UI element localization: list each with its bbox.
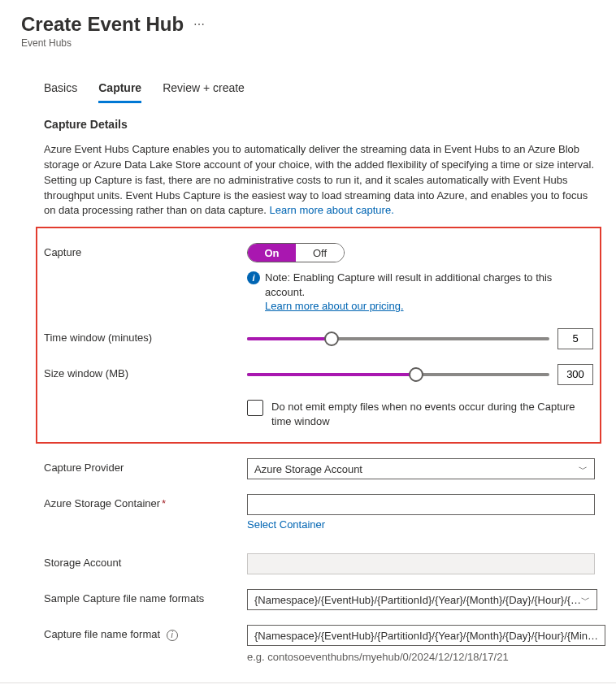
more-icon[interactable]: ⋯: [193, 18, 206, 31]
page-title: Create Event Hub: [21, 13, 184, 36]
capture-settings-highlight: Capture On Off i Note: Enabling Capture …: [36, 227, 601, 444]
size-window-label: Size window (MB): [44, 364, 247, 379]
skip-empty-checkbox[interactable]: [247, 400, 263, 416]
capture-toggle-off[interactable]: Off: [296, 244, 344, 262]
capture-label: Capture: [44, 243, 247, 258]
breadcrumb: Event Hubs: [21, 37, 595, 49]
storage-account-readonly: [247, 553, 595, 574]
info-icon: i: [247, 271, 260, 284]
capture-provider-select[interactable]: Azure Storage Account ﹀: [247, 458, 595, 479]
size-window-input[interactable]: [557, 364, 593, 385]
info-tooltip-icon[interactable]: i: [167, 630, 178, 641]
time-window-thumb[interactable]: [324, 332, 339, 346]
tab-capture[interactable]: Capture: [98, 81, 141, 103]
capture-toggle[interactable]: On Off: [247, 243, 345, 262]
time-window-input[interactable]: [557, 328, 593, 349]
file-format-value: {Namespace}/{EventHub}/{PartitionId}/{Ye…: [254, 630, 598, 642]
capture-note: Note: Enabling Capture will result in ad…: [265, 271, 593, 314]
capture-provider-value: Azure Storage Account: [254, 463, 362, 475]
size-window-slider[interactable]: [247, 366, 549, 383]
skip-empty-label: Do not emit empty files when no events o…: [271, 400, 593, 429]
size-window-thumb[interactable]: [409, 367, 423, 382]
section-title: Capture Details: [44, 118, 595, 131]
chevron-down-icon: ﹀: [581, 594, 590, 606]
sample-format-select[interactable]: {Namespace}/{EventHub}/{PartitionId}/{Ye…: [247, 589, 597, 610]
sample-format-value: {Namespace}/{EventHub}/{PartitionId}/{Ye…: [254, 594, 581, 606]
tab-review-create[interactable]: Review + create: [163, 81, 245, 103]
required-mark: *: [162, 497, 166, 509]
time-window-slider[interactable]: [247, 331, 549, 347]
file-format-example: e.g. contosoeventhubns/myehub/0/2024/12/…: [247, 651, 605, 663]
tab-bar: Basics Capture Review + create: [21, 81, 595, 103]
time-window-label: Time window (minutes): [44, 328, 247, 344]
section-description: Azure Event Hubs Capture enables you to …: [44, 142, 595, 219]
sample-format-label: Sample Capture file name formats: [44, 589, 247, 604]
storage-account-label: Storage Account: [44, 553, 247, 569]
file-format-label-text: Capture file name format: [44, 628, 160, 640]
capture-note-text: Note: Enabling Capture will result in ad…: [265, 271, 552, 298]
footer-action-bar: Review + create < Previous Next: Review …: [0, 682, 616, 689]
tab-basics[interactable]: Basics: [44, 81, 77, 103]
capture-provider-label: Capture Provider: [44, 458, 247, 474]
capture-toggle-on[interactable]: On: [248, 244, 296, 262]
file-format-input[interactable]: {Namespace}/{EventHub}/{PartitionId}/{Ye…: [247, 625, 605, 646]
storage-container-label-text: Azure Storage Container: [44, 497, 160, 509]
storage-container-label: Azure Storage Container*: [44, 494, 247, 509]
file-format-label: Capture file name format i: [44, 625, 247, 641]
storage-container-input[interactable]: [247, 494, 595, 515]
select-container-link[interactable]: Select Container: [247, 518, 325, 531]
learn-more-capture-link[interactable]: Learn more about capture.: [270, 204, 394, 216]
pricing-link[interactable]: Learn more about our pricing.: [265, 300, 404, 312]
chevron-down-icon: ﹀: [579, 463, 588, 475]
